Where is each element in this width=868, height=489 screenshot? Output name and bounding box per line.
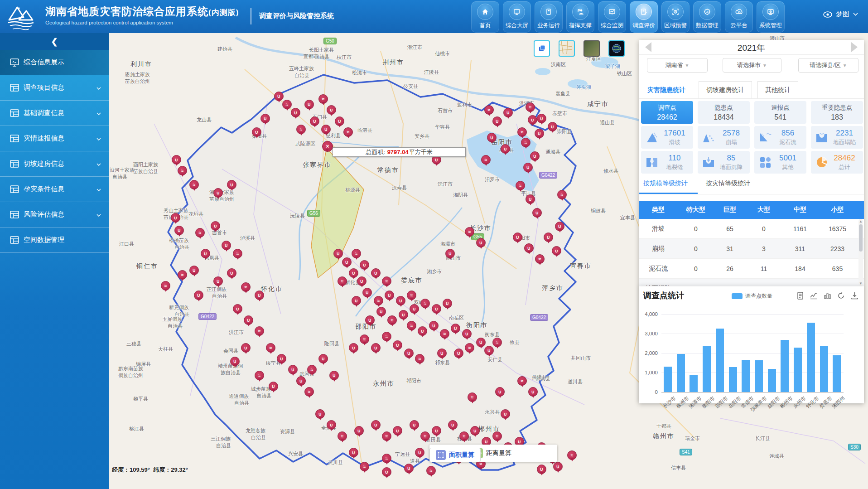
hazard-point-marker[interactable]: ∪ xyxy=(404,464,414,473)
nav-item-综合大屏[interactable]: 综合大屏 xyxy=(503,1,531,33)
hazard-point-marker[interactable]: ≈ xyxy=(426,466,436,475)
hazard-point-marker[interactable]: ∪ xyxy=(172,155,181,165)
hazard-point-marker[interactable]: ∪ xyxy=(382,467,391,477)
hazard-point-marker[interactable]: ∪ xyxy=(476,338,486,347)
table-row[interactable]: 崩塌03133112233 xyxy=(639,239,864,259)
hazard-point-marker[interactable]: ≈ xyxy=(465,343,474,353)
data-view-icon[interactable] xyxy=(796,292,804,300)
hazard-point-marker[interactable]: ∪ xyxy=(241,343,251,353)
hazard-point-marker[interactable]: ∪ xyxy=(277,354,286,363)
user-area[interactable]: 梦图 xyxy=(823,10,858,19)
hazard-point-marker[interactable]: ≈ xyxy=(255,326,264,336)
hazard-point-marker[interactable]: ≈ xyxy=(233,249,242,258)
hazard-point-marker[interactable]: ∪ xyxy=(544,232,553,242)
hazard-point-marker[interactable]: ≈ xyxy=(557,190,567,199)
hazard-point-marker[interactable]: ∪ xyxy=(429,321,439,330)
nav-item-数据管理[interactable]: 数据管理 xyxy=(693,1,721,33)
hazard-point-marker[interactable]: ∪ xyxy=(304,100,314,109)
hazard-point-marker[interactable]: ∪ xyxy=(310,116,319,126)
hazard-point-marker[interactable]: ≈ xyxy=(492,338,502,347)
hazard-point-marker[interactable]: ≈ xyxy=(387,315,397,325)
hazard-point-marker[interactable]: ≈ xyxy=(415,354,424,363)
hazard-point-marker[interactable]: ∪ xyxy=(454,349,463,358)
table-row[interactable]: 滑坡0650116116375 xyxy=(639,219,864,239)
hazard-point-marker[interactable]: ∪ xyxy=(174,226,184,235)
hazard-point-marker[interactable]: ∪ xyxy=(349,448,358,457)
hazard-point-marker[interactable]: ∪ xyxy=(495,387,505,397)
hazard-point-marker[interactable]: ∪ xyxy=(443,299,452,308)
nav-item-综合监测[interactable]: 综合监测 xyxy=(598,1,626,33)
hazard-point-marker[interactable]: ∪ xyxy=(492,116,502,126)
hazard-point-marker[interactable]: ≈ xyxy=(304,387,314,397)
sidebar-collapse-button[interactable]: ❮ xyxy=(0,33,109,50)
stat-card-速报点[interactable]: 速报点541 xyxy=(754,101,806,124)
hazard-point-marker[interactable]: ∪ xyxy=(396,296,405,305)
hazard-point-marker[interactable]: ≈ xyxy=(161,281,170,290)
hazard-point-marker[interactable]: ∪ xyxy=(269,382,278,391)
hazard-point-marker[interactable]: ∪ xyxy=(555,222,564,231)
hazard-point-marker[interactable]: ∪ xyxy=(530,151,540,161)
nav-item-调查评价[interactable]: 调查评价 xyxy=(630,1,658,33)
hazard-point-marker[interactable]: ∪ xyxy=(335,116,344,126)
hazard-point-marker[interactable]: ∪ xyxy=(227,180,236,189)
hazard-point-marker[interactable]: ∪ xyxy=(528,387,538,397)
subtab-按规模等级统计[interactable]: 按规模等级统计 xyxy=(643,179,688,188)
hazard-point-marker[interactable]: ∪ xyxy=(349,343,358,353)
sidebar-item-灾情速报信息[interactable]: 灾情速报信息 xyxy=(0,126,109,151)
stat-card-调查点[interactable]: 调查点28462 xyxy=(641,101,693,124)
sidebar-item-综合信息展示[interactable]: 综合信息展示 xyxy=(0,50,109,75)
stat-card-隐患点[interactable]: 隐患点18434 xyxy=(698,101,750,124)
next-year-arrow[interactable] xyxy=(851,42,858,52)
hazard-point-marker[interactable]: ∪ xyxy=(548,122,557,131)
hazard-point-marker[interactable]: ≈ xyxy=(282,100,292,109)
hazard-point-marker[interactable]: ∪ xyxy=(537,465,546,474)
hazard-point-marker[interactable]: ∪ xyxy=(535,129,544,138)
hazard-point-marker[interactable]: ≈ xyxy=(241,282,251,292)
hazard-point-marker[interactable]: ≈ xyxy=(481,155,491,165)
hazard-point-marker[interactable]: ∪ xyxy=(274,92,284,101)
table-row[interactable]: 泥石流02611184635 xyxy=(639,259,864,279)
hazard-point-marker[interactable]: ∪ xyxy=(362,288,372,297)
hazard-point-marker[interactable]: ∪ xyxy=(365,315,375,325)
region-select-0[interactable]: 湖南省▼ xyxy=(647,58,708,73)
hazard-point-marker[interactable]: ∪ xyxy=(410,420,419,430)
nav-item-系统管理[interactable]: 系统管理 xyxy=(757,1,785,33)
hazard-point-marker[interactable]: ∪ xyxy=(213,188,223,198)
sidebar-item-空间数据管理[interactable]: 空间数据管理 xyxy=(0,228,109,253)
hazard-point-marker[interactable]: ≈ xyxy=(338,431,347,441)
sidebar-item-基础调查信息[interactable]: 基础调查信息 xyxy=(0,101,109,126)
download-icon[interactable] xyxy=(851,292,858,300)
sidebar-item-孕灾条件信息[interactable]: 孕灾条件信息 xyxy=(0,177,109,202)
hazard-point-marker[interactable]: ∪ xyxy=(462,329,472,339)
hazard-point-marker[interactable]: ∪ xyxy=(194,290,203,300)
hazard-point-marker[interactable]: ∪ xyxy=(385,290,394,300)
hazard-point-marker[interactable]: ∪ xyxy=(410,304,419,314)
scroll-up-icon[interactable]: ▲ xyxy=(859,219,863,223)
hazard-point-marker[interactable]: ∪ xyxy=(376,307,386,316)
sidebar-item-切坡建房信息[interactable]: 切坡建房信息 xyxy=(0,151,109,177)
hazard-point-marker[interactable]: ≈ xyxy=(307,365,317,374)
hazard-point-marker[interactable]: ∪ xyxy=(227,268,236,278)
hazard-point-marker[interactable]: ≈ xyxy=(178,166,187,175)
hazard-point-marker[interactable]: ∪ xyxy=(233,304,242,314)
sidebar-item-调查项目信息[interactable]: 调查项目信息 xyxy=(0,75,109,101)
scroll-down-icon[interactable]: ▼ xyxy=(859,281,863,286)
hazard-point-marker[interactable]: ∪ xyxy=(352,296,361,305)
nav-item-指挥支撑[interactable]: 指挥支撑 xyxy=(566,1,594,33)
hazard-point-marker[interactable]: ∪ xyxy=(484,346,494,355)
tab-切坡建房统计[interactable]: 切坡建房统计 xyxy=(699,81,752,98)
hazard-point-marker[interactable]: ≈ xyxy=(360,462,369,471)
hazard-point-marker[interactable]: ∪ xyxy=(501,144,510,154)
hazard-point-marker[interactable]: ∪ xyxy=(252,127,261,137)
hazard-point-marker[interactable]: ∪ xyxy=(371,268,381,278)
hazard-point-marker[interactable]: ≈ xyxy=(195,228,205,237)
hazard-point-marker[interactable]: ∪ xyxy=(399,310,408,320)
hazard-point-marker[interactable]: ≈ xyxy=(420,431,430,441)
hazard-point-marker[interactable]: ∪ xyxy=(528,115,537,125)
hazard-point-marker[interactable]: ∪ xyxy=(404,349,414,358)
chart-legend[interactable]: 调查点数量 xyxy=(732,292,772,300)
hazard-point-marker[interactable]: ≈ xyxy=(318,94,328,104)
hazard-point-marker[interactable]: ≈ xyxy=(296,125,306,134)
line-chart-icon[interactable] xyxy=(810,292,818,300)
hazard-point-marker[interactable]: ∪ xyxy=(211,221,220,231)
